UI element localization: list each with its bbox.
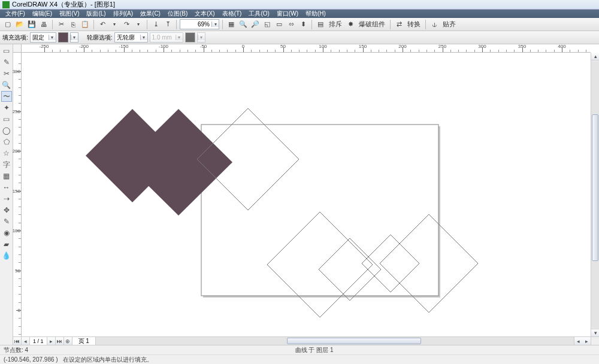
crop-tool-icon[interactable]: ✂ bbox=[1, 68, 12, 79]
redo-icon[interactable]: ↷ bbox=[121, 19, 132, 30]
property-bar: 填充选项: 固定 ▾ ▾ 轮廓选项: 无轮廓 ▾ 1.0 mm ▾ ▾ bbox=[0, 31, 599, 44]
snapto-icon[interactable]: ⫝ bbox=[429, 19, 440, 30]
v-scroll-track[interactable] bbox=[591, 61, 599, 328]
print-icon[interactable]: 🖶 bbox=[38, 19, 49, 30]
pick-tool-icon[interactable]: ▭ bbox=[1, 46, 12, 56]
fill-color-swatch[interactable] bbox=[58, 32, 68, 43]
connector-tool-icon[interactable]: ⇢ bbox=[1, 193, 12, 204]
btn-convert[interactable]: 转换 bbox=[406, 20, 422, 29]
menu-item[interactable]: 表格(T) bbox=[219, 10, 245, 18]
zoom-level-combo[interactable]: ▾ bbox=[180, 19, 219, 29]
chevron-down-icon[interactable]: ▾ bbox=[140, 35, 147, 40]
scroll-up-icon[interactable]: ▴ bbox=[591, 53, 599, 60]
chevron-down-icon[interactable]: ▾ bbox=[71, 35, 78, 40]
freehand-tool-icon[interactable]: 〜 bbox=[1, 91, 12, 102]
dropper-tool-icon[interactable]: 💧 bbox=[1, 250, 12, 261]
zoom-fit-icon[interactable]: ◱ bbox=[262, 19, 273, 30]
menu-item[interactable]: 工具(O) bbox=[246, 10, 272, 18]
ruler-origin[interactable] bbox=[13, 44, 22, 53]
zoom-in-icon[interactable]: 🔍 bbox=[238, 19, 249, 30]
interactive-tool-icon[interactable]: ✥ bbox=[1, 205, 12, 216]
menu-bar[interactable]: 文件(F)编辑(E)视图(V)版面(L)排列(A)效果(C)位图(B)文本(X)… bbox=[0, 10, 599, 18]
open-icon[interactable]: 📂 bbox=[14, 19, 25, 30]
scroll-right-icon[interactable]: ▸ bbox=[582, 337, 591, 345]
zoom-input[interactable] bbox=[180, 21, 211, 28]
first-page-icon[interactable]: ⏮ bbox=[13, 337, 22, 345]
h-scroll-track[interactable] bbox=[96, 337, 574, 345]
menu-item[interactable]: 编辑(E) bbox=[29, 10, 55, 18]
zoom-out-icon[interactable]: 🔎 bbox=[250, 19, 261, 30]
outline-width-combo[interactable]: 1.0 mm ▾ bbox=[150, 32, 183, 43]
fill-tool-icon[interactable]: ▰ bbox=[1, 239, 12, 250]
menu-item[interactable]: 帮助(H) bbox=[302, 10, 329, 18]
export-icon[interactable]: ⤒ bbox=[162, 19, 173, 30]
paste-icon[interactable]: 📋 bbox=[80, 19, 90, 30]
dimension-tool-icon[interactable]: ↔ bbox=[1, 182, 12, 193]
zoom-page-icon[interactable]: ▭ bbox=[274, 19, 285, 30]
chevron-down-icon[interactable]: ▾ bbox=[211, 22, 219, 27]
basic-tool-icon[interactable]: ☆ bbox=[1, 148, 12, 159]
table-tool-icon[interactable]: ▦ bbox=[1, 171, 12, 181]
chevron-down-icon[interactable]: ▾ bbox=[49, 35, 56, 40]
last-page-icon[interactable]: ⏭ bbox=[56, 337, 64, 345]
scroll-down-icon[interactable]: ▾ bbox=[591, 329, 599, 336]
cut-icon[interactable]: ✂ bbox=[56, 19, 66, 30]
menu-item[interactable]: 窗口(W) bbox=[274, 10, 301, 18]
text-tool-icon[interactable]: 字 bbox=[1, 159, 12, 170]
outline-color-swatch[interactable] bbox=[185, 32, 195, 43]
options-icon[interactable]: ▤ bbox=[315, 19, 326, 30]
btn-explode[interactable]: 爆破组件 bbox=[357, 20, 387, 29]
add-page-icon[interactable]: ⊕ bbox=[64, 337, 72, 345]
btn-repel[interactable]: 排斥 bbox=[327, 20, 344, 29]
convert-icon[interactable]: ⇄ bbox=[394, 19, 404, 30]
scroll-left-icon[interactable]: ◂ bbox=[574, 337, 582, 345]
undo-dropdown-icon[interactable]: ▾ bbox=[109, 19, 120, 30]
copy-icon[interactable]: ⎘ bbox=[68, 19, 78, 30]
v-scroll-thumb[interactable] bbox=[592, 114, 598, 261]
polygon-tool-icon[interactable]: ⬠ bbox=[1, 136, 12, 147]
next-page-icon[interactable]: ▸ bbox=[47, 337, 56, 345]
status-bar: 节点数: 4 曲线 于 图层 1 (-190.546, 207.986 ) 在设… bbox=[0, 345, 599, 364]
h-scroll-thumb[interactable] bbox=[287, 338, 420, 344]
prev-page-icon[interactable]: ◂ bbox=[22, 337, 30, 345]
status-hint: 在设定的区域内单击以进行填充。 bbox=[63, 356, 153, 364]
menu-item[interactable]: 文本(X) bbox=[192, 10, 217, 18]
chevron-down-icon[interactable]: ▾ bbox=[176, 35, 183, 40]
zoom-height-icon[interactable]: ⬍ bbox=[298, 19, 308, 30]
menu-item[interactable]: 视图(V) bbox=[56, 10, 82, 18]
zoom-width-icon[interactable]: ⬄ bbox=[286, 19, 297, 30]
outline-color-dropdown[interactable]: ▾ bbox=[197, 32, 205, 43]
snap-icon[interactable]: ▦ bbox=[226, 19, 237, 30]
fill-color-dropdown[interactable]: ▾ bbox=[70, 32, 78, 43]
zoom-tool-icon[interactable]: 🔍 bbox=[1, 80, 12, 90]
vertical-scrollbar[interactable]: ▴ ▾ bbox=[591, 53, 599, 336]
outline-tool-icon[interactable]: ◉ bbox=[1, 228, 12, 238]
horizontal-ruler[interactable]: -250-200-150-100-50050100150200250300350… bbox=[22, 44, 591, 53]
menu-item[interactable]: 版面(L) bbox=[83, 10, 108, 18]
btn-snap[interactable]: 贴齐 bbox=[441, 20, 458, 29]
chevron-down-icon[interactable]: ▾ bbox=[198, 35, 205, 40]
menu-item[interactable]: 位图(B) bbox=[165, 10, 190, 18]
outline-mode-combo[interactable]: 无轮廓 ▾ bbox=[114, 32, 148, 43]
explode-icon[interactable]: ✸ bbox=[345, 19, 356, 30]
page-tab[interactable]: 页 1 bbox=[72, 337, 96, 345]
scroll-corner bbox=[591, 336, 599, 345]
redo-dropdown-icon[interactable]: ▾ bbox=[133, 19, 144, 30]
import-icon[interactable]: ⤓ bbox=[150, 19, 161, 30]
menu-item[interactable]: 效果(C) bbox=[137, 10, 164, 18]
drawing-canvas[interactable] bbox=[22, 53, 591, 336]
menu-item[interactable]: 排列(A) bbox=[110, 10, 136, 18]
new-icon[interactable]: ▢ bbox=[2, 19, 13, 30]
undo-icon[interactable]: ↶ bbox=[97, 19, 108, 30]
vertical-ruler[interactable]: 050100150200250300 bbox=[13, 53, 22, 336]
fill-mode-combo[interactable]: 固定 ▾ bbox=[30, 32, 56, 43]
ellipse-tool-icon[interactable]: ◯ bbox=[1, 125, 12, 136]
separator bbox=[93, 20, 94, 29]
separator bbox=[176, 20, 177, 29]
shape-tool-icon[interactable]: ✎ bbox=[1, 57, 12, 68]
save-icon[interactable]: 💾 bbox=[26, 19, 37, 30]
menu-item[interactable]: 文件(F) bbox=[2, 10, 28, 18]
rect-tool-icon[interactable]: ▭ bbox=[1, 114, 12, 125]
smart-tool-icon[interactable]: ✦ bbox=[1, 102, 12, 113]
eyedrop-tool-icon[interactable]: ✎ bbox=[1, 216, 12, 227]
